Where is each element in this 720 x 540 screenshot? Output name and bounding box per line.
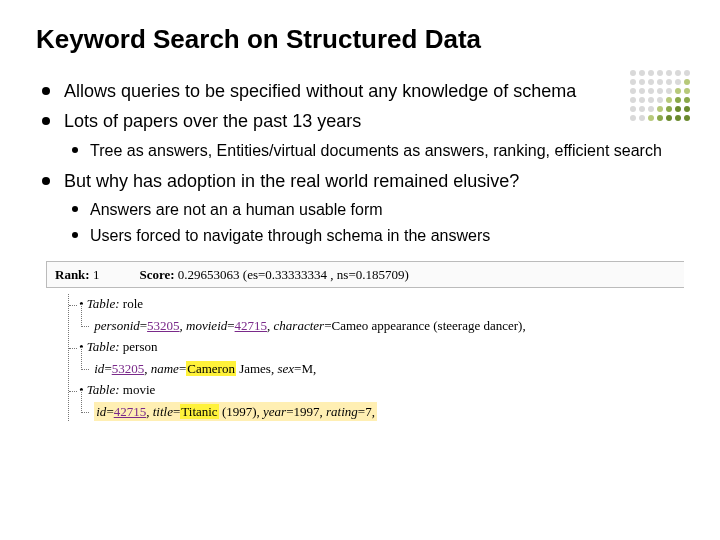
sub-bullet-list: Answers are not an a human usable form U…: [64, 199, 684, 246]
table-label: • Table:: [79, 382, 120, 397]
field-value: 7: [365, 404, 372, 419]
sub-bullet-item: Users forced to navigate through schema …: [64, 225, 684, 247]
field-key: rating: [326, 404, 358, 419]
example-panel: Rank: 1 Score: 0.29653063 (es=0.33333334…: [46, 261, 684, 422]
sub-bullet-item: Tree as answers, Entities/virtual docume…: [64, 140, 684, 162]
score-label: Score:: [139, 267, 174, 282]
field-link[interactable]: 42715: [114, 404, 147, 419]
table-block-role: • Table: role personid=53205, movieid=42…: [69, 294, 684, 335]
field-key: year: [263, 404, 286, 419]
field-key: name: [151, 361, 179, 376]
field-key: movieid: [186, 318, 227, 333]
score-value: 0.29653063 (es=0.33333334 , ns=0.185709): [178, 267, 409, 282]
field-highlight: Cameron: [186, 361, 236, 376]
table-name: person: [123, 339, 158, 354]
sub-bullet-list: Tree as answers, Entities/virtual docume…: [64, 140, 684, 162]
field-key: id: [96, 404, 106, 419]
row-highlight: id=42715, title=Titanic (1997), year=199…: [94, 402, 377, 422]
field-value: M: [301, 361, 313, 376]
table-label: • Table:: [79, 296, 120, 311]
table-block-person: • Table: person id=53205, name=Cameron J…: [69, 337, 684, 378]
field-key: personid: [94, 318, 140, 333]
example-header: Rank: 1 Score: 0.29653063 (es=0.33333334…: [46, 261, 684, 289]
score-field: Score: 0.29653063 (es=0.33333334 , ns=0.…: [139, 265, 408, 285]
bullet-text: Lots of papers over the past 13 years: [64, 111, 361, 131]
slide-title: Keyword Search on Structured Data: [36, 24, 684, 55]
bullet-item: Lots of papers over the past 13 years Tr…: [36, 109, 684, 161]
field-key: character: [274, 318, 325, 333]
rank-value: 1: [93, 267, 100, 282]
field-link[interactable]: 53205: [147, 318, 180, 333]
table-row: id=42715, title=Titanic (1997), year=199…: [87, 402, 684, 422]
field-link[interactable]: 42715: [235, 318, 268, 333]
table-name: movie: [123, 382, 156, 397]
rank-field: Rank: 1: [55, 265, 99, 285]
field-value: 1997: [294, 404, 320, 419]
table-row: id=53205, name=Cameron James, sex=M,: [87, 359, 684, 379]
field-highlight: Titanic: [180, 404, 218, 419]
example-tree: • Table: role personid=53205, movieid=42…: [68, 294, 684, 421]
bullet-list: Allows queries to be specified without a…: [36, 79, 684, 247]
bullet-item: But why has adoption in the real world r…: [36, 169, 684, 246]
rank-label: Rank:: [55, 267, 90, 282]
field-key: id: [94, 361, 104, 376]
field-value: James: [239, 361, 271, 376]
table-label: • Table:: [79, 339, 120, 354]
bullet-text: But why has adoption in the real world r…: [64, 171, 519, 191]
field-value: Cameo appearance (steerage dancer): [331, 318, 522, 333]
sub-bullet-item: Answers are not an a human usable form: [64, 199, 684, 221]
field-key: sex: [277, 361, 294, 376]
table-name: role: [123, 296, 143, 311]
field-value: (1997): [222, 404, 257, 419]
field-key: title: [153, 404, 173, 419]
bullet-item: Allows queries to be specified without a…: [36, 79, 684, 103]
table-block-movie: • Table: movie id=42715, title=Titanic (…: [69, 380, 684, 421]
field-link[interactable]: 53205: [112, 361, 145, 376]
table-row: personid=53205, movieid=42715, character…: [87, 316, 684, 336]
